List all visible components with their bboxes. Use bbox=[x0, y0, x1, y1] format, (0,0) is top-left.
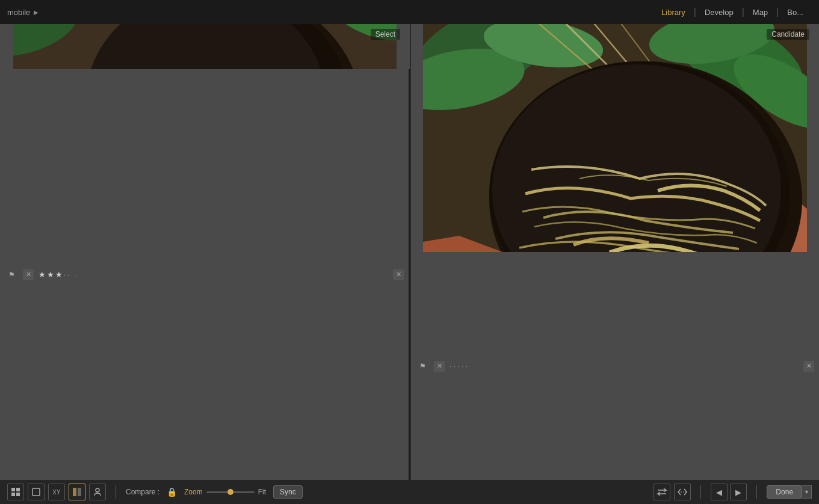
zoom-label: Zoom bbox=[184, 488, 203, 496]
lock-icon[interactable]: 🔒 bbox=[167, 487, 177, 497]
nav-arrows: ◀ ▶ bbox=[711, 484, 747, 500]
right-flag-icon[interactable]: ⚑ bbox=[416, 360, 429, 373]
sync-button[interactable]: Sync bbox=[273, 485, 303, 499]
compare-label: Compare : bbox=[126, 488, 159, 496]
svg-rect-33 bbox=[16, 488, 20, 491]
svg-point-14 bbox=[85, 24, 326, 69]
svg-rect-38 bbox=[78, 488, 81, 496]
fit-label: Fit bbox=[258, 488, 266, 496]
next-btn[interactable]: ▶ bbox=[730, 484, 747, 500]
top-nav: mobile ▶ Library | Develop | Map | Bo... bbox=[0, 0, 819, 24]
done-button[interactable]: Done bbox=[767, 485, 802, 499]
zoom-track[interactable] bbox=[206, 491, 255, 493]
left-star-rating: ★ ★ ★ · · bbox=[39, 270, 69, 279]
zoom-group: Zoom Fit bbox=[184, 488, 266, 496]
flip-btn[interactable] bbox=[674, 484, 691, 500]
zoom-slider[interactable] bbox=[206, 491, 255, 493]
panel-container: Select bbox=[0, 24, 819, 480]
toolbar-right-group bbox=[654, 484, 691, 500]
toolbar-view-group: XY bbox=[7, 484, 106, 500]
grid-view-btn[interactable] bbox=[7, 484, 24, 500]
left-flag-icon[interactable]: ⚑ bbox=[5, 268, 18, 281]
app-arrow: ▶ bbox=[34, 9, 39, 16]
right-panel: Candidate bbox=[411, 24, 819, 480]
svg-rect-37 bbox=[73, 488, 76, 496]
compare-view-btn[interactable] bbox=[69, 484, 85, 500]
svg-rect-36 bbox=[32, 488, 40, 496]
svg-rect-35 bbox=[16, 493, 20, 496]
right-dots: · · · · · bbox=[450, 362, 468, 370]
nav-book[interactable]: Bo... bbox=[779, 0, 812, 24]
left-close-btn[interactable]: ✕ bbox=[393, 269, 404, 280]
right-filmstrip: ⚑ ✕ · · · · · ✕ bbox=[411, 252, 819, 480]
prev-btn[interactable]: ◀ bbox=[711, 484, 728, 500]
nav-map[interactable]: Map bbox=[744, 0, 776, 24]
left-photo[interactable] bbox=[13, 24, 397, 69]
toolbar: XY Compare : 🔒 Zoom Fit Sync bbox=[0, 480, 819, 504]
right-photo[interactable] bbox=[423, 24, 807, 252]
svg-point-39 bbox=[96, 488, 99, 492]
left-panel: Select bbox=[0, 24, 411, 480]
left-photo-svg bbox=[13, 24, 397, 69]
svg-rect-32 bbox=[11, 488, 15, 491]
people-view-btn[interactable] bbox=[89, 484, 106, 500]
nav-left: mobile ▶ bbox=[7, 8, 39, 17]
xy-view-btn[interactable]: XY bbox=[48, 484, 65, 500]
right-reject-btn[interactable]: ✕ bbox=[434, 361, 445, 372]
right-close-btn[interactable]: ✕ bbox=[803, 361, 814, 372]
app-name: mobile bbox=[7, 8, 30, 17]
left-panel-label: Select bbox=[371, 29, 400, 40]
right-photo-svg bbox=[423, 24, 807, 252]
right-panel-label: Candidate bbox=[767, 29, 809, 40]
svg-rect-34 bbox=[11, 493, 15, 496]
done-chevron[interactable]: ▼ bbox=[802, 485, 812, 499]
left-image-container bbox=[0, 24, 410, 69]
zoom-thumb[interactable] bbox=[227, 489, 233, 495]
left-filmstrip: ⚑ ✕ ★ ★ ★ · · · ✕ bbox=[0, 69, 410, 480]
loupe-view-btn[interactable] bbox=[28, 484, 45, 500]
left-reject-btn[interactable]: ✕ bbox=[23, 269, 34, 280]
main-area: Select bbox=[0, 24, 819, 480]
nav-library[interactable]: Library bbox=[653, 0, 694, 24]
nav-right: Library | Develop | Map | Bo... bbox=[653, 0, 812, 24]
done-group: Done ▼ bbox=[767, 485, 812, 499]
left-color-dots: · bbox=[74, 271, 76, 279]
nav-develop[interactable]: Develop bbox=[696, 0, 742, 24]
right-image-container bbox=[411, 24, 819, 252]
swap-btn[interactable] bbox=[654, 484, 670, 500]
